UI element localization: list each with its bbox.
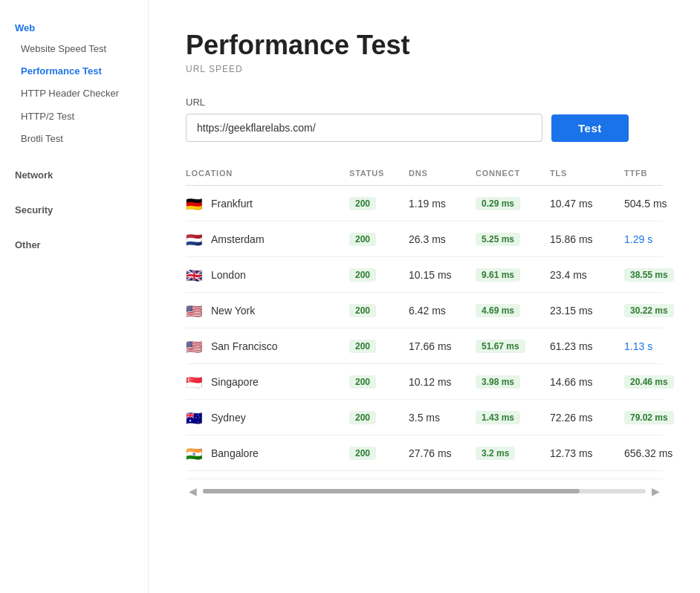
connect-value: 0.29 ms bbox=[476, 197, 520, 210]
flag-uk: 🇬🇧 bbox=[186, 269, 204, 281]
connect-cell: 0.29 ms bbox=[476, 196, 550, 210]
connect-value: 3.98 ms bbox=[476, 375, 520, 389]
location-cell-frankfurt: 🇩🇪 Frankfurt bbox=[186, 198, 349, 210]
table-row: 🇮🇳 Bangalore 200 27.76 ms 3.2 ms 12.73 m… bbox=[186, 435, 663, 471]
dns-cell: 1.19 ms bbox=[409, 198, 476, 210]
location-name: New York bbox=[211, 305, 255, 317]
ttfb-cell: 1.29 s bbox=[624, 233, 700, 245]
sidebar-section-label-web[interactable]: Web bbox=[0, 15, 148, 38]
table-row: 🇦🇺 Sydney 200 3.5 ms 1.43 ms 72.26 ms 79… bbox=[186, 400, 663, 435]
th-ttfb: TTFB bbox=[624, 169, 700, 178]
scrollbar: ◀ ▶ bbox=[186, 479, 663, 497]
th-tls: TLS bbox=[550, 169, 624, 178]
ttfb-value: 79.02 ms bbox=[624, 411, 674, 424]
status-cell: 200 bbox=[349, 232, 409, 246]
connect-cell: 3.98 ms bbox=[476, 375, 550, 389]
ttfb-cell: 504.5 ms bbox=[624, 198, 700, 210]
tls-cell: 14.66 ms bbox=[550, 376, 624, 388]
connect-value: 4.69 ms bbox=[476, 304, 520, 317]
scrollbar-track[interactable] bbox=[203, 489, 646, 493]
ttfb-cell: 20.46 ms bbox=[624, 375, 700, 389]
sidebar-item-brotli-test[interactable]: Brotli Test bbox=[0, 128, 148, 150]
dns-cell: 17.66 ms bbox=[409, 340, 476, 352]
table-row: 🇬🇧 London 200 10.15 ms 9.61 ms 23.4 ms 3… bbox=[186, 257, 663, 293]
sidebar: Web Website Speed Test Performance Test … bbox=[0, 0, 149, 593]
sidebar-section-label-network[interactable]: Network bbox=[0, 162, 148, 185]
table-row: 🇺🇸 New York 200 6.42 ms 4.69 ms 23.15 ms… bbox=[186, 293, 663, 328]
ttfb-cell: 656.32 ms bbox=[624, 447, 700, 459]
flag-us-sf: 🇺🇸 bbox=[186, 340, 204, 352]
location-cell-sydney: 🇦🇺 Sydney bbox=[186, 412, 349, 424]
url-input[interactable] bbox=[186, 114, 542, 142]
dns-cell: 3.5 ms bbox=[409, 412, 476, 424]
location-cell-newyork: 🇺🇸 New York bbox=[186, 305, 349, 317]
status-badge: 200 bbox=[349, 233, 376, 246]
flag-netherlands: 🇳🇱 bbox=[186, 233, 204, 245]
sidebar-section-network: Network bbox=[0, 162, 148, 185]
table-row: 🇸🇬 Singapore 200 10.12 ms 3.98 ms 14.66 … bbox=[186, 364, 663, 400]
ttfb-value: 38.55 ms bbox=[624, 268, 674, 282]
ttfb-cell: 38.55 ms bbox=[624, 268, 700, 282]
dns-cell: 26.3 ms bbox=[409, 233, 476, 245]
location-name: Amsterdam bbox=[211, 233, 265, 245]
location-name: Sydney bbox=[211, 412, 246, 424]
location-cell-london: 🇬🇧 London bbox=[186, 269, 349, 281]
sidebar-section-label-security[interactable]: Security bbox=[0, 197, 148, 220]
location-name: Bangalore bbox=[211, 447, 259, 459]
status-cell: 200 bbox=[349, 303, 409, 317]
table-row: 🇩🇪 Frankfurt 200 1.19 ms 0.29 ms 10.47 m… bbox=[186, 186, 663, 221]
status-cell: 200 bbox=[349, 339, 409, 353]
status-badge: 200 bbox=[349, 197, 376, 210]
sidebar-section-web: Web Website Speed Test Performance Test … bbox=[0, 15, 148, 150]
sidebar-item-performance-test[interactable]: Performance Test bbox=[0, 60, 148, 82]
status-badge: 200 bbox=[349, 268, 376, 282]
ttfb-cell: 30.22 ms bbox=[624, 303, 700, 317]
status-badge: 200 bbox=[349, 375, 376, 389]
flag-india: 🇮🇳 bbox=[186, 447, 204, 459]
location-cell-amsterdam: 🇳🇱 Amsterdam bbox=[186, 233, 349, 245]
sidebar-item-website-speed-test[interactable]: Website Speed Test bbox=[0, 38, 148, 60]
test-button[interactable]: Test bbox=[551, 114, 629, 142]
status-cell: 200 bbox=[349, 196, 409, 210]
scrollbar-thumb[interactable] bbox=[203, 489, 580, 493]
connect-value: 1.43 ms bbox=[476, 411, 520, 424]
page-subtitle: URL SPEED bbox=[186, 64, 663, 74]
connect-value: 9.61 ms bbox=[476, 268, 520, 282]
ttfb-value: 20.46 ms bbox=[624, 375, 674, 389]
sidebar-item-http-header-checker[interactable]: HTTP Header Checker bbox=[0, 82, 148, 105]
connect-value: 3.2 ms bbox=[476, 447, 515, 460]
location-name: London bbox=[211, 269, 246, 281]
connect-cell: 4.69 ms bbox=[476, 303, 550, 317]
scroll-right-button[interactable]: ▶ bbox=[649, 485, 663, 497]
th-location: LOCATION bbox=[186, 169, 349, 178]
location-cell-bangalore: 🇮🇳 Bangalore bbox=[186, 447, 349, 459]
sidebar-section-other: Other bbox=[0, 232, 148, 255]
ttfb-cell: 1.13 s bbox=[624, 340, 700, 352]
status-badge: 200 bbox=[349, 411, 376, 424]
dns-cell: 10.12 ms bbox=[409, 376, 476, 388]
th-dns: DNS bbox=[409, 169, 476, 178]
sidebar-section-label-other[interactable]: Other bbox=[0, 232, 148, 255]
tls-cell: 15.86 ms bbox=[550, 233, 624, 245]
connect-value: 5.25 ms bbox=[476, 233, 520, 246]
sidebar-item-http2-test[interactable]: HTTP/2 Test bbox=[0, 106, 148, 128]
connect-cell: 1.43 ms bbox=[476, 410, 550, 424]
location-name: San Francisco bbox=[211, 340, 277, 352]
location-name: Frankfurt bbox=[211, 198, 253, 210]
ttfb-cell: 79.02 ms bbox=[624, 410, 700, 424]
flag-singapore: 🇸🇬 bbox=[186, 376, 204, 388]
table-row: 🇺🇸 San Francisco 200 17.66 ms 51.67 ms 6… bbox=[186, 328, 663, 364]
ttfb-value: 30.22 ms bbox=[624, 304, 674, 317]
th-connect: CONNECT bbox=[476, 169, 550, 178]
flag-australia: 🇦🇺 bbox=[186, 412, 204, 424]
connect-cell: 9.61 ms bbox=[476, 268, 550, 282]
flag-us: 🇺🇸 bbox=[186, 305, 204, 317]
status-badge: 200 bbox=[349, 447, 376, 460]
table-header: LOCATION STATUS DNS CONNECT TLS TTFB bbox=[186, 169, 663, 186]
tls-cell: 12.73 ms bbox=[550, 447, 624, 459]
location-cell-singapore: 🇸🇬 Singapore bbox=[186, 376, 349, 388]
th-status: STATUS bbox=[349, 169, 409, 178]
connect-cell: 3.2 ms bbox=[476, 446, 550, 460]
status-badge: 200 bbox=[349, 304, 376, 317]
scroll-left-button[interactable]: ◀ bbox=[186, 485, 200, 497]
